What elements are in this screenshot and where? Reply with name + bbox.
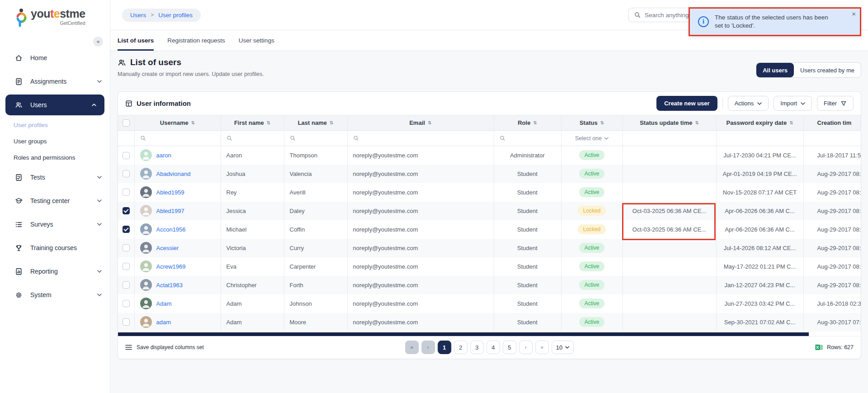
last-name-cell: Coffin xyxy=(284,220,347,239)
create-new-user-button[interactable]: Create new user xyxy=(656,96,717,111)
filter-button[interactable]: Filter xyxy=(817,96,854,111)
sidebar-item-training-courses[interactable]: Training courses xyxy=(0,236,110,260)
breadcrumb-link-users[interactable]: Users xyxy=(130,12,146,19)
save-columns-button[interactable]: Save displayed columns set xyxy=(125,344,204,350)
sidebar-item-reporting[interactable]: Reporting xyxy=(0,260,110,283)
last-page-button[interactable]: » xyxy=(535,341,549,354)
username-link[interactable]: Actat1963 xyxy=(156,282,183,289)
username-link[interactable]: adam xyxy=(156,319,171,326)
sidebar-item-system[interactable]: System xyxy=(0,283,110,307)
select-all-header xyxy=(118,115,134,131)
page-button-2[interactable]: 2 xyxy=(454,341,467,354)
email-filter[interactable] xyxy=(347,131,494,146)
select-all-checkbox[interactable] xyxy=(123,119,130,127)
toggle-users-created-by-me[interactable]: Users created by me xyxy=(794,63,861,77)
username-link[interactable]: aaron xyxy=(156,152,171,159)
chevron-down-icon xyxy=(757,102,762,105)
toggle-all-users[interactable]: All users xyxy=(756,63,794,77)
row-checkbox[interactable] xyxy=(123,318,130,326)
page-button-1[interactable]: 1 xyxy=(438,341,451,354)
row-checkbox[interactable] xyxy=(123,226,130,233)
status-update-time-cell xyxy=(623,313,716,331)
toast-notification: i The status of the selected users has b… xyxy=(689,7,861,36)
first-name-cell: Adam xyxy=(221,294,284,313)
row-checkbox[interactable] xyxy=(123,300,130,307)
next-page-button[interactable]: › xyxy=(519,341,533,354)
status-update-time-cell xyxy=(623,276,716,294)
sidebar-subitem-user-profiles[interactable]: User profiles xyxy=(0,117,110,133)
col-header-password-expiry-date[interactable]: Password expiry date⇅ xyxy=(716,115,803,131)
first-name-cell: Christopher xyxy=(221,276,284,294)
username-filter[interactable] xyxy=(134,131,221,146)
import-button[interactable]: Import xyxy=(774,96,812,111)
username-link[interactable]: Abled1997 xyxy=(156,208,184,214)
username-link[interactable]: Acessier xyxy=(156,245,179,251)
excel-export-icon[interactable] xyxy=(815,344,823,351)
rows-count: Rows: 627 xyxy=(815,344,854,351)
sidebar-item-home[interactable]: Home xyxy=(0,46,110,70)
avatar xyxy=(140,186,152,198)
sidebar-item-users[interactable]: Users xyxy=(5,95,104,115)
actions-button[interactable]: Actions xyxy=(728,96,769,111)
sidebar-item-assignments[interactable]: Assignments xyxy=(0,70,110,93)
table-row: Actat1963 Christopher Forth noreply@yout… xyxy=(118,276,861,294)
row-checkbox[interactable] xyxy=(123,263,130,270)
col-header-first-name[interactable]: First name⇅ xyxy=(221,115,284,131)
col-header-last-name[interactable]: Last name⇅ xyxy=(284,115,347,131)
username-link[interactable]: Acrew1969 xyxy=(156,263,186,270)
last-name-filter[interactable] xyxy=(284,131,347,146)
close-icon[interactable]: × xyxy=(852,10,856,18)
first-page-button[interactable]: « xyxy=(405,341,419,354)
col-header-role[interactable]: Role⇅ xyxy=(494,115,561,131)
breadcrumb-link-user-profiles[interactable]: User profiles xyxy=(158,12,193,19)
sidebar-item-testing-center[interactable]: Testing center xyxy=(0,189,110,213)
first-name-filter[interactable] xyxy=(221,131,284,146)
col-header-status-update-time[interactable]: Status update time⇅ xyxy=(623,115,716,131)
email-cell: noreply@youtestme.com xyxy=(347,146,494,165)
username-link[interactable]: Abled1959 xyxy=(156,189,184,196)
surveys-icon xyxy=(15,221,23,228)
sidebar-subitem-user-groups[interactable]: User groups xyxy=(0,133,110,149)
table-row: Abadvionand Joshua Valencia noreply@yout… xyxy=(118,165,861,183)
row-checkbox[interactable] xyxy=(123,152,130,159)
page-button-3[interactable]: 3 xyxy=(470,341,484,354)
status-badge: Active xyxy=(579,280,605,290)
row-checkbox[interactable] xyxy=(123,207,130,214)
role-filter[interactable] xyxy=(494,131,561,146)
prev-page-button[interactable]: ‹ xyxy=(421,341,435,354)
page-size-select[interactable]: 10 xyxy=(552,341,574,354)
sort-icon: ⇅ xyxy=(533,120,537,125)
horizontal-scrollbar[interactable] xyxy=(118,332,809,336)
users-table: Username⇅ First name⇅ Last name⇅ Email⇅ … xyxy=(118,115,861,331)
main-content: List of users Manually create or import … xyxy=(110,51,868,393)
tab-list-of-users[interactable]: List of users xyxy=(118,30,154,51)
row-checkbox[interactable] xyxy=(123,244,130,251)
page-button-4[interactable]: 4 xyxy=(486,341,500,354)
col-header-email[interactable]: Email⇅ xyxy=(347,115,494,131)
table-row: Accon1956 Michael Coffin noreply@youtest… xyxy=(118,220,861,239)
avatar xyxy=(140,223,152,235)
sidebar-subitem-roles-permissions[interactable]: Roles and permissions xyxy=(0,149,110,166)
first-name-cell: Adam xyxy=(221,313,284,331)
table-row: Acessier Victoria Curry noreply@youtestm… xyxy=(118,239,861,257)
username-link[interactable]: Accon1956 xyxy=(156,226,186,233)
sidebar-item-tests[interactable]: Tests xyxy=(0,166,110,189)
tab-user-settings[interactable]: User settings xyxy=(239,30,274,51)
col-header-creation-time[interactable]: Creation tim xyxy=(803,115,861,131)
status-filter-dropdown[interactable]: Select one xyxy=(561,131,623,146)
chevron-down-icon xyxy=(97,176,102,179)
avatar xyxy=(140,205,152,217)
hamburger-icon xyxy=(125,345,132,350)
row-checkbox[interactable] xyxy=(123,281,130,289)
username-link[interactable]: Abadvionand xyxy=(156,170,191,177)
sidebar-collapse-button[interactable]: « xyxy=(93,37,103,47)
page-button-5[interactable]: 5 xyxy=(503,341,516,354)
row-checkbox[interactable] xyxy=(123,189,130,196)
username-link[interactable]: Adam xyxy=(156,300,172,307)
col-header-status[interactable]: Status⇅ xyxy=(561,115,623,131)
sort-icon: ⇅ xyxy=(600,120,604,125)
row-checkbox[interactable] xyxy=(123,170,130,177)
sidebar-item-surveys[interactable]: Surveys xyxy=(0,213,110,236)
tab-registration-requests[interactable]: Registration requests xyxy=(167,30,225,51)
col-header-username[interactable]: Username⇅ xyxy=(134,115,221,131)
